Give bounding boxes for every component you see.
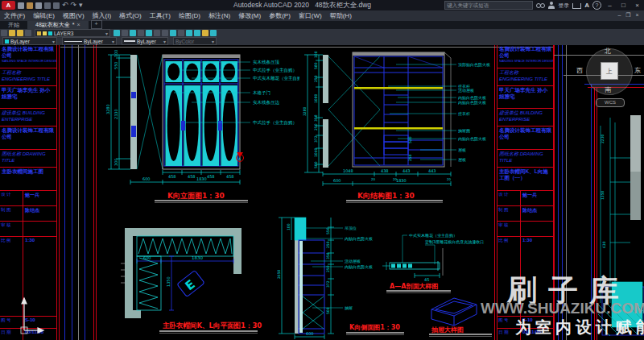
menu-dimension[interactable]: 标注(N) [204,10,234,21]
help-icon[interactable]: ? [592,1,601,10]
layer-dropdown[interactable]: LAYER3 ▾ [35,29,110,37]
layer-thaw-icon[interactable] [17,30,23,36]
dim-label: 250 [326,241,330,248]
autocad-window: A ↶ ↷ ▾ Autodesk AutoCAD 2020 48款衣柜大全.dw… [0,0,644,340]
ceiling-box [295,218,306,240]
open-file-icon[interactable] [27,2,33,9]
dim-label: 550 [326,227,330,234]
viewcube-north[interactable]: 北 [605,47,611,56]
project-label: 工程名称 ENGINEERING TITLE [2,69,55,81]
tab-document[interactable]: 48款衣柜大全* × [27,21,89,29]
autodesk-app-icon[interactable]: A [584,2,589,9]
watermark-url: WWW.SHUAZIKU.COM [481,300,644,317]
dim-label: 1830 [196,176,207,181]
layer-bulb-icon[interactable] [37,31,41,35]
hanging-rail-symbol [138,238,232,254]
vpfreeze-icon[interactable] [202,30,208,36]
search-icon[interactable] [536,2,545,9]
undo-icon[interactable]: ↶ [62,2,68,9]
layer-name: LAYER3 [54,31,73,36]
app-store-cart-icon[interactable] [572,3,581,9]
signin-label[interactable]: 登录 [558,2,569,10]
annotation: 中式实木雕花（业主自购） [409,233,457,238]
color-dropdown[interactable]: ByLayer ▾ [2,37,57,45]
lineweight-sample [124,40,135,42]
viewcube-east[interactable]: 东 [634,66,641,75]
plan-marker: E [177,271,204,297]
menu-window[interactable]: 窗口(W) [295,10,326,21]
redo-icon[interactable]: ↷ [71,2,77,9]
menu-parametric[interactable]: 参数(P) [265,10,295,21]
close-tab-icon[interactable]: × [77,21,80,29]
annotation: 内贴白色防火板 [458,100,486,106]
plotstyle-value: ByColor [175,39,194,44]
new-file-icon[interactable] [18,2,24,9]
color-value: ByLayer [10,39,30,44]
doc-minimize-button[interactable]: – [615,10,624,20]
layer-sun-icon[interactable] [43,31,47,35]
menu-view[interactable]: 视图(V) [59,10,89,21]
unlock-icon[interactable] [186,30,192,36]
merge-icon[interactable] [210,30,217,36]
chevron-down-icon[interactable]: ▾ [112,39,114,44]
qat-dropdown-icon[interactable]: ▾ [79,2,83,9]
saveas-icon[interactable] [44,2,51,9]
watermark-tagline: 为室内设计赋能 [515,317,644,338]
menu-file[interactable]: 文件(F) [0,10,29,21]
annotation: 内贴白色防火板 [345,264,373,270]
freeze-icon[interactable] [154,30,160,36]
lock-icon[interactable] [178,30,184,36]
wall-section [130,55,137,169]
dim-label: 1830 [192,255,203,260]
dim-label: 372 [326,280,330,288]
menu-edit[interactable]: 编辑(E) [29,10,59,21]
dim-label: 250 [408,154,412,161]
viewcube-top-face[interactable]: 上 [601,62,618,80]
wcs-indicator[interactable]: WCS [596,98,625,107]
layer-properties-icon[interactable] [1,30,7,36]
save-icon[interactable] [35,2,42,9]
close-button[interactable]: × [632,1,642,10]
doc-restore-button[interactable]: ❐ [624,10,633,20]
dim-label: 458 [226,174,234,179]
turn-on-icon[interactable] [170,30,176,36]
off-icon[interactable] [162,30,168,36]
doc-close-button[interactable]: × [633,10,642,20]
make-current-icon[interactable] [114,30,120,36]
chevron-down-icon[interactable]: ▾ [163,39,166,44]
sheet-border-line [72,45,72,340]
account-icon[interactable] [548,2,555,9]
autocad-logo[interactable]: A [2,1,15,10]
dim-label: 2330 [114,109,118,119]
minimize-button[interactable]: – [605,1,615,10]
match-layer-icon[interactable] [122,30,128,36]
layer-on-icon[interactable] [9,30,15,36]
menu-help[interactable]: 帮助(H) [326,10,356,21]
svg-text:E: E [183,277,198,293]
menu-draw[interactable]: 绘图(D) [175,10,204,21]
menu-modify[interactable]: 修改(M) [234,10,265,21]
chevron-down-icon[interactable]: ▾ [52,39,55,44]
menu-tools[interactable]: 工具(T) [146,10,175,21]
viewcube-west[interactable]: 西 [576,66,583,75]
isolate-icon[interactable] [138,30,144,36]
menu-format[interactable]: 格式(O) [115,10,146,21]
drawing-canvas[interactable]: 名腾设计装饰工程有限公司 NANJING SPACE INTERIOR DESI… [0,45,644,340]
tab-start[interactable]: 开始 [0,21,27,29]
tab-document-label: 48款衣柜大全 [35,21,70,29]
chevron-down-icon[interactable]: ▾ [105,31,108,36]
new-tab-button[interactable]: + [91,20,102,29]
dim-label: 20 [371,177,376,181]
linetype-dropdown[interactable]: ByLayer ▾ [62,37,117,45]
draw-value: 陈结杰 [23,206,56,221]
search-input[interactable] [444,1,533,10]
layer-prev-icon[interactable] [130,30,136,36]
drawing-title: K向结构图1：30 [357,192,415,200]
walk-icon[interactable] [194,30,200,36]
viewcube-south[interactable]: 南 [605,85,611,94]
layer-lock-icon[interactable] [25,30,31,36]
unisolate-icon[interactable] [146,30,152,36]
maximize-button[interactable]: □ [618,1,629,10]
lineweight-dropdown[interactable]: ByLayer ▾ [122,37,168,45]
plot-icon[interactable] [53,2,60,9]
